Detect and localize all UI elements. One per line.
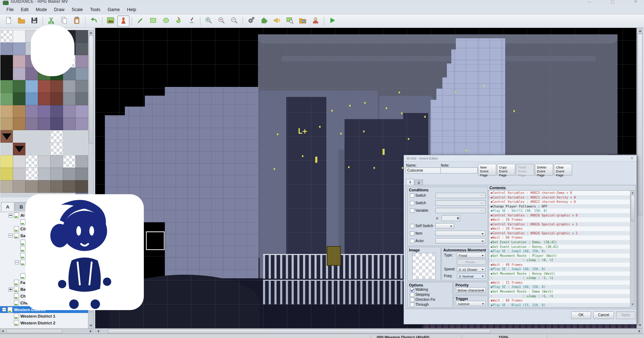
palette-tile[interactable] — [75, 180, 88, 193]
dialog-title-bar[interactable]: ID:002 - Event Editor ✕ — [404, 155, 636, 162]
clear-event-page-button[interactable]: ClearEvent Page — [554, 164, 572, 176]
zoom-actual-button[interactable] — [228, 15, 240, 27]
map-scroll-down-icon[interactable] — [639, 324, 641, 326]
event-command-line[interactable]: : : ◇Jump : -1, +1 — [489, 276, 630, 280]
palette-tile[interactable] — [0, 55, 13, 68]
save-button[interactable] — [28, 15, 40, 27]
direction-fix-checkbox[interactable] — [410, 298, 414, 302]
palette-tile[interactable] — [38, 105, 50, 118]
palette-tile[interactable] — [50, 118, 63, 130]
palette-tile[interactable] — [0, 30, 13, 43]
switch2-field[interactable] — [435, 200, 486, 206]
map-hscrollbar[interactable] — [95, 328, 643, 334]
palette-tile[interactable] — [63, 105, 75, 118]
event-command-line[interactable]: ◆Set Event Location : Kenny, (30,41) — [489, 245, 630, 249]
menu-file[interactable]: File — [3, 6, 17, 13]
palette-tile[interactable] — [0, 68, 13, 80]
route-button[interactable]: Route... — [457, 259, 486, 265]
palette-tile[interactable] — [50, 180, 63, 193]
palette-tile[interactable] — [25, 168, 38, 180]
palette-tile[interactable] — [0, 130, 13, 143]
fill-tool-button[interactable] — [173, 15, 185, 27]
new-event-page-button[interactable]: NewEvent Page — [478, 164, 496, 176]
palette-tile[interactable] — [50, 143, 63, 155]
event-command-line[interactable]: ◆Play SE : Jump1 (60, 150, 0) — [489, 267, 630, 271]
priority-combo[interactable]: Below characters — [456, 287, 486, 293]
palette-tile[interactable] — [0, 118, 13, 130]
event-command-line[interactable]: ◆Play SE : Jump1 (60, 150, 0) — [489, 285, 630, 289]
sound-test-button[interactable] — [271, 15, 283, 27]
menu-game[interactable]: Game — [104, 6, 123, 13]
zoom-in-button[interactable] — [203, 15, 215, 27]
event-command-line[interactable]: ◆Play SE : Jump1 (60, 150, 0) — [489, 249, 630, 254]
ellipse-tool-button[interactable] — [160, 15, 172, 27]
walking-checkbox[interactable] — [410, 288, 414, 292]
event-command-line[interactable]: ◆Set Event Location : Emma, (30,41) — [489, 240, 630, 245]
palette-tile[interactable] — [13, 68, 25, 80]
map-hscroll-thumb[interactable] — [108, 329, 491, 334]
menu-tools[interactable]: Tools — [86, 6, 104, 13]
palette-tile[interactable] — [50, 93, 63, 105]
zoom-out-button[interactable] — [215, 15, 228, 27]
palette-tile[interactable] — [0, 80, 13, 93]
palette-tile[interactable] — [0, 180, 13, 193]
contents-scrollbar[interactable] — [630, 190, 635, 307]
tree-hscrollbar[interactable] — [0, 328, 93, 334]
palette-tile[interactable] — [75, 118, 88, 130]
palette-tile[interactable] — [13, 93, 25, 105]
paste-event-page-button[interactable]: PasteEvent Page — [516, 164, 534, 176]
palette-tile[interactable] — [50, 155, 63, 168]
item-checkbox[interactable] — [410, 231, 414, 236]
event-command-line[interactable]: ◆Set Movement Route : Player (Wait) — [489, 254, 630, 258]
contents-scroll-thumb[interactable] — [631, 195, 635, 221]
event-mode-button[interactable] — [117, 15, 130, 27]
event-command-line[interactable]: ◆Play SE : Skill1 (90, 150, 0) — [489, 209, 630, 213]
event-command-line[interactable]: ◆Set Movement Route : Kenny (Wait) — [489, 271, 630, 276]
switch2-checkbox[interactable] — [410, 201, 414, 205]
event-command-line[interactable]: : : ◇Jump : +1, +1 — [489, 294, 630, 299]
palette-tab-a[interactable]: A — [1, 202, 14, 211]
minimize-button[interactable]: — — [587, 0, 591, 4]
palette-tile[interactable] — [50, 168, 63, 180]
tree-scroll-down-icon[interactable] — [89, 325, 92, 327]
palette-scroll-up-icon[interactable] — [89, 32, 92, 34]
trigger-combo[interactable]: Autorun — [456, 301, 486, 306]
event-command-line[interactable]: ◆Wait : 40 frames — [489, 263, 630, 267]
palette-tile[interactable] — [38, 155, 50, 168]
event-note-input[interactable] — [440, 167, 478, 173]
actor-combo[interactable] — [435, 238, 486, 244]
contents-list[interactable]: ◆Control Variables : #0023 charset-Emma … — [489, 190, 631, 308]
cancel-button[interactable]: Cancel — [593, 312, 614, 319]
event-command-line[interactable]: ◆Set Movement Route : Emma (Wait) — [489, 289, 630, 294]
rectangle-tool-button[interactable] — [147, 15, 159, 27]
close-button[interactable]: ✕ — [634, 0, 637, 4]
event-command-line[interactable]: ◆Control Variables : #0026 Special-graph… — [489, 213, 630, 218]
event-searcher-button[interactable] — [284, 15, 296, 27]
self-switch-combo[interactable] — [435, 223, 454, 229]
undo-button[interactable] — [88, 15, 100, 27]
event-command-line[interactable]: ◆Control Variables : #0026 Special-graph… — [489, 231, 630, 236]
delete-event-page-button[interactable]: DeleteEvent Page — [535, 164, 553, 176]
menu-draw[interactable]: Draw — [50, 6, 68, 13]
palette-tile[interactable] — [38, 168, 50, 180]
menu-help[interactable]: Help — [123, 6, 140, 13]
menu-mode[interactable]: Mode — [32, 6, 50, 13]
actor-checkbox[interactable] — [410, 239, 414, 243]
palette-tile[interactable] — [63, 118, 75, 130]
palette-tile[interactable] — [63, 180, 75, 193]
event-command-line[interactable]: ◆Change Player Followers : OFF — [489, 204, 630, 209]
event-command-line[interactable]: ◆Control Variables : #0023 charset-Emma … — [489, 191, 630, 195]
event-page-tab-1[interactable]: 1 — [406, 179, 414, 185]
tree-expander-icon[interactable] — [9, 214, 13, 217]
switch1-field[interactable] — [435, 193, 486, 198]
self-switch-checkbox[interactable] — [410, 224, 414, 228]
map-hscroll-right-icon[interactable] — [639, 330, 640, 333]
palette-tile[interactable] — [25, 105, 38, 118]
stepping-checkbox[interactable] — [410, 293, 414, 297]
variable-checkbox[interactable] — [410, 209, 414, 213]
palette-tile[interactable] — [13, 143, 25, 155]
dialog-close-icon[interactable]: ✕ — [630, 156, 634, 161]
palette-tile[interactable] — [63, 80, 75, 93]
map-vscroll-thumb[interactable] — [638, 34, 643, 215]
palette-tile[interactable] — [75, 43, 88, 55]
